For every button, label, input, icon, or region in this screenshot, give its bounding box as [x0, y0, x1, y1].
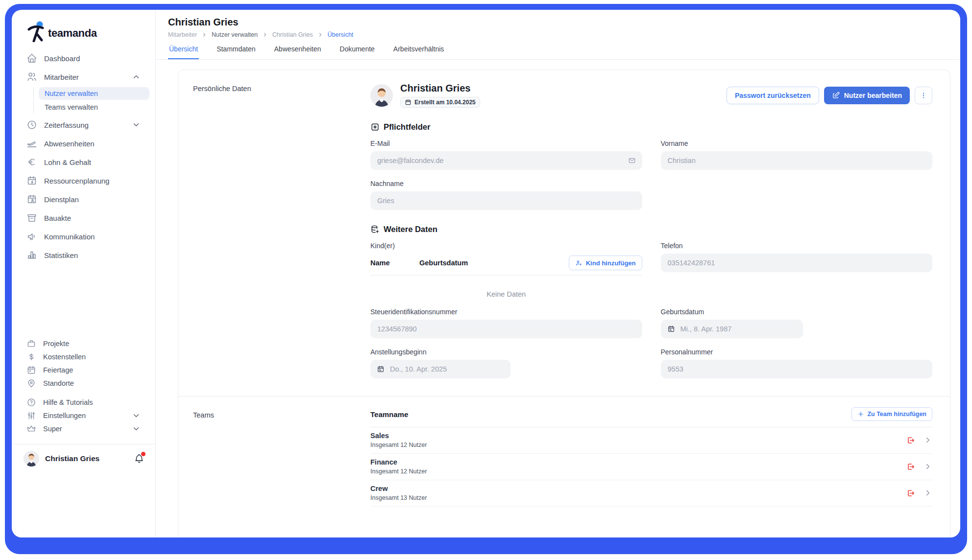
team-row[interactable]: Crew Insgesamt 13 Nutzer: [370, 480, 932, 507]
additional-data-heading: Weitere Daten: [370, 225, 932, 234]
page-title: Christian Gries: [168, 17, 960, 28]
chevron-right-icon[interactable]: [923, 462, 932, 471]
calendar-icon: [377, 365, 385, 373]
section-label: Persönliche Daten: [178, 70, 370, 396]
birth-date-field[interactable]: [661, 320, 803, 338]
clock-icon: [26, 119, 37, 130]
sidebar-item-zeiterfassung[interactable]: Zeiterfassung: [18, 116, 149, 134]
sidebar-item-hilfe-tutorials[interactable]: Hilfe & Tutorials: [18, 396, 149, 409]
tab-dokumente[interactable]: Dokumente: [339, 45, 376, 59]
email-field[interactable]: [370, 151, 642, 170]
team-member-count: Insgesamt 12 Nutzer: [370, 468, 427, 475]
leave-team-icon[interactable]: [906, 436, 916, 445]
sidebar-item-abwesenheiten[interactable]: Abwesenheiten: [18, 134, 149, 153]
breadcrumb-item[interactable]: Nutzer verwalten: [212, 31, 258, 38]
add-child-button-label: Kind hinzufügen: [586, 259, 636, 267]
chevron-right-icon[interactable]: [923, 436, 932, 444]
notifications-bell-icon[interactable]: [134, 453, 145, 464]
sidebar-item-bauakte[interactable]: Bauakte: [18, 209, 149, 227]
sidebar-item-lohn-gehalt[interactable]: Lohn & Gehalt: [18, 153, 149, 171]
chevron-down-icon: [132, 424, 141, 433]
sidebar-user-footer[interactable]: Christian Gries: [12, 444, 155, 467]
breadcrumb: Mitarbeiter Nutzer verwalten Christian G…: [168, 31, 960, 38]
children-col-birth: Geburtsdatum: [419, 259, 468, 267]
tab-bar: Übersicht Stammdaten Abwesenheiten Dokum…: [156, 38, 960, 60]
birth-date-field-group: Geburtsdatum: [661, 308, 933, 338]
breadcrumb-item-current[interactable]: Übersicht: [328, 31, 354, 38]
sidebar-item-standorte[interactable]: Standorte: [18, 376, 149, 390]
children-table-group: Kind(er) Name Geburtsdatum Kind hinzufüg…: [370, 242, 642, 298]
calendar-bolt-icon: [26, 175, 37, 186]
tab-abwesenheiten[interactable]: Abwesenheiten: [273, 45, 322, 59]
calendar-user-icon: [26, 194, 37, 205]
more-actions-button[interactable]: [915, 87, 932, 104]
sidebar-item-projekte[interactable]: Projekte: [18, 337, 149, 350]
euro-icon: [26, 157, 37, 167]
sidebar-item-dienstplan[interactable]: Dienstplan: [18, 190, 149, 209]
profile-name: Christian Gries: [400, 83, 480, 94]
personnel-number-field-group: Personalnummer: [661, 348, 933, 378]
chevron-right-icon: [201, 32, 207, 38]
team-row[interactable]: Sales Insgesamt 12 Nutzer: [370, 427, 932, 454]
sidebar-item-super[interactable]: Super: [18, 422, 149, 435]
add-to-team-button[interactable]: Zu Team hinzufügen: [851, 407, 932, 421]
archive-box-icon: [26, 212, 37, 223]
user-detail-card: Persönliche Daten Christian Gries Erstel…: [178, 70, 950, 537]
chevron-down-icon: [132, 120, 141, 129]
sidebar-item-label: Feiertage: [43, 366, 73, 374]
sidebar-item-mitarbeiter[interactable]: Mitarbeiter: [18, 68, 149, 86]
chevron-right-icon[interactable]: [923, 489, 932, 497]
sidebar-item-statistiken[interactable]: Statistiken: [18, 246, 149, 264]
last-name-field[interactable]: [370, 191, 642, 210]
breadcrumb-item[interactable]: Christian Gries: [272, 31, 313, 38]
sidebar-item-nutzer-verwalten[interactable]: Nutzer verwalten: [39, 87, 149, 100]
dollar-icon: [26, 352, 36, 362]
tax-id-field[interactable]: [370, 320, 642, 338]
sidebar-user-name: Christian Gries: [45, 454, 99, 463]
reset-password-button[interactable]: Passwort zurücksetzen: [727, 87, 819, 104]
page-header: Christian Gries Mitarbeiter Nutzer verwa…: [156, 10, 960, 38]
sidebar-item-label: Super: [43, 425, 62, 433]
add-child-button[interactable]: Kind hinzufügen: [569, 256, 642, 270]
sidebar-nav-secondary: Projekte Kostenstellen Feiertage Standor…: [12, 337, 155, 390]
sidebar-item-feiertage[interactable]: Feiertage: [18, 363, 149, 376]
sidebar-item-label: Mitarbeiter: [44, 73, 79, 81]
plus-icon: [857, 411, 864, 418]
tax-id-field-group: Steueridentifikationsnummer: [370, 308, 642, 338]
sidebar-item-label: Projekte: [43, 340, 69, 348]
tab-stammdaten[interactable]: Stammdaten: [216, 45, 256, 59]
sidebar-item-kostenstellen[interactable]: Kostenstellen: [18, 350, 149, 363]
team-row[interactable]: Finance Insgesamt 12 Nutzer: [370, 454, 932, 480]
breadcrumb-item[interactable]: Mitarbeiter: [168, 31, 197, 38]
first-name-field[interactable]: [661, 151, 933, 170]
chevron-right-icon: [262, 32, 268, 38]
team-member-count: Insgesamt 13 Nutzer: [370, 494, 427, 501]
tab-uebersicht[interactable]: Übersicht: [168, 45, 199, 59]
crown-icon: [26, 424, 36, 434]
first-name-label: Vorname: [661, 140, 933, 147]
edit-user-button[interactable]: Nutzer bearbeiten: [824, 87, 910, 104]
children-table-header: Name Geburtsdatum Kind hinzufügen: [370, 256, 642, 276]
sidebar-item-label: Lohn & Gehalt: [44, 158, 91, 166]
employment-start-field[interactable]: [370, 360, 510, 378]
envelope-icon: [628, 157, 636, 164]
sidebar-item-label: Kommunikation: [44, 233, 95, 241]
chevron-up-icon: [132, 72, 141, 81]
sidebar: teamanda Dashboard Mitarbeiter Nutzer ve…: [12, 10, 156, 537]
sidebar-nav-tertiary: Hilfe & Tutorials Einstellungen Super: [12, 396, 155, 435]
phone-label: Telefon: [661, 242, 933, 250]
tab-arbeitsverhaeltnis[interactable]: Arbeitsverhältnis: [392, 45, 445, 59]
phone-field[interactable]: [661, 254, 933, 272]
required-fields-heading: Pflichtfelder: [370, 122, 932, 132]
sidebar-item-kommunikation[interactable]: Kommunikation: [18, 227, 149, 246]
sidebar-item-label: Standorte: [43, 379, 74, 387]
sidebar-item-einstellungen[interactable]: Einstellungen: [18, 409, 149, 422]
leave-team-icon[interactable]: [906, 462, 916, 471]
additional-data-title: Weitere Daten: [384, 225, 437, 234]
sidebar-item-dashboard[interactable]: Dashboard: [18, 49, 149, 68]
personnel-number-field[interactable]: [661, 360, 933, 378]
sidebar-item-ressourcenplanung[interactable]: Ressourcenplanung: [18, 171, 149, 190]
tax-id-label: Steueridentifikationsnummer: [370, 308, 642, 316]
leave-team-icon[interactable]: [906, 489, 916, 498]
sidebar-item-teams-verwalten[interactable]: Teams verwalten: [39, 101, 149, 114]
